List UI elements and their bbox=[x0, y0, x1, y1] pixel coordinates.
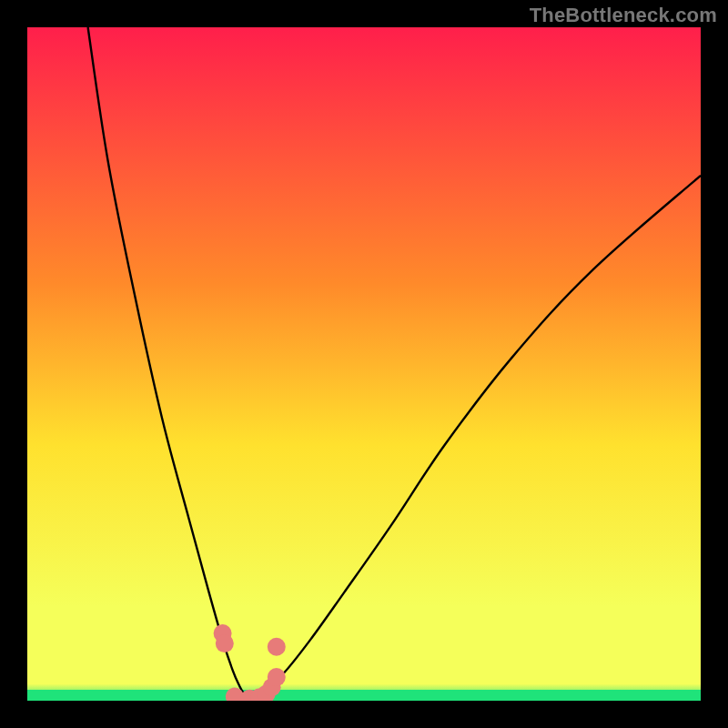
marker-dot bbox=[216, 634, 234, 652]
green-baseline bbox=[27, 690, 701, 701]
plot-background bbox=[27, 27, 701, 701]
marker-dot bbox=[268, 668, 286, 686]
watermark-text: TheBottleneck.com bbox=[530, 4, 717, 27]
marker-dot bbox=[268, 638, 286, 656]
chart-frame: TheBottleneck.com bbox=[0, 0, 728, 728]
chart-svg bbox=[27, 27, 701, 701]
